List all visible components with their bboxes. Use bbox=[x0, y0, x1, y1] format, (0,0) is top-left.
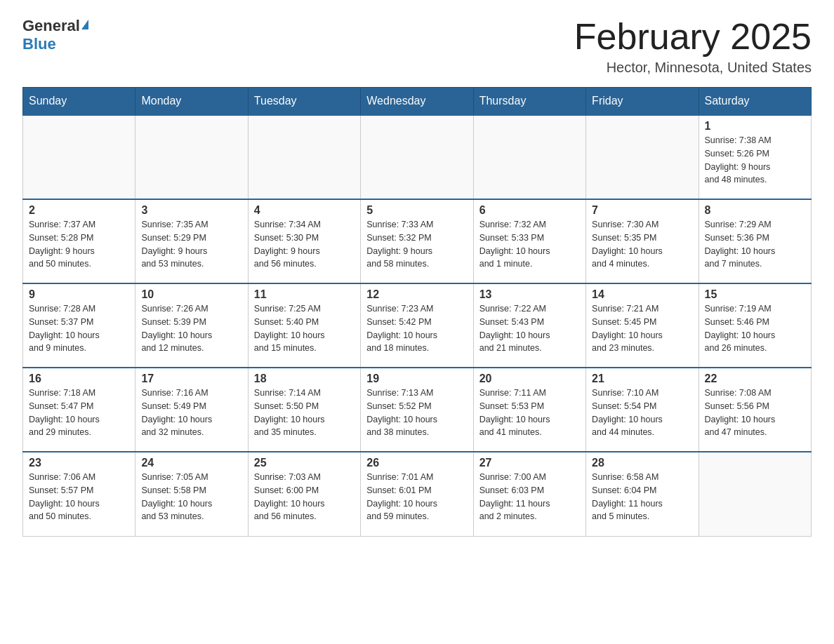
week-row-5: 23Sunrise: 7:06 AM Sunset: 5:57 PM Dayli… bbox=[23, 452, 812, 536]
day-info: Sunrise: 7:35 AM Sunset: 5:29 PM Dayligh… bbox=[141, 218, 241, 271]
header-row: SundayMondayTuesdayWednesdayThursdayFrid… bbox=[23, 88, 812, 116]
day-info: Sunrise: 7:25 AM Sunset: 5:40 PM Dayligh… bbox=[254, 302, 355, 355]
calendar-cell: 5Sunrise: 7:33 AM Sunset: 5:32 PM Daylig… bbox=[361, 199, 473, 283]
day-number: 6 bbox=[479, 204, 580, 217]
calendar-cell: 23Sunrise: 7:06 AM Sunset: 5:57 PM Dayli… bbox=[23, 452, 135, 536]
week-row-2: 2Sunrise: 7:37 AM Sunset: 5:28 PM Daylig… bbox=[23, 199, 812, 283]
day-number: 26 bbox=[366, 457, 467, 469]
day-info: Sunrise: 7:18 AM Sunset: 5:47 PM Dayligh… bbox=[29, 387, 129, 439]
day-info: Sunrise: 7:03 AM Sunset: 6:00 PM Dayligh… bbox=[254, 471, 355, 523]
logo-general-text: General bbox=[22, 17, 80, 35]
day-number: 25 bbox=[254, 457, 355, 469]
calendar-cell: 13Sunrise: 7:22 AM Sunset: 5:43 PM Dayli… bbox=[473, 283, 585, 368]
day-info: Sunrise: 7:10 AM Sunset: 5:54 PM Dayligh… bbox=[592, 387, 692, 439]
day-number: 21 bbox=[592, 373, 692, 385]
col-header-friday: Friday bbox=[586, 88, 699, 116]
calendar-cell: 22Sunrise: 7:08 AM Sunset: 5:56 PM Dayli… bbox=[699, 368, 811, 452]
calendar-cell bbox=[473, 115, 585, 199]
logo-blue-text: Blue bbox=[22, 35, 56, 53]
day-info: Sunrise: 7:23 AM Sunset: 5:42 PM Dayligh… bbox=[366, 302, 467, 355]
calendar-cell: 12Sunrise: 7:23 AM Sunset: 5:42 PM Dayli… bbox=[361, 283, 473, 368]
week-row-3: 9Sunrise: 7:28 AM Sunset: 5:37 PM Daylig… bbox=[23, 283, 812, 368]
calendar-cell: 27Sunrise: 7:00 AM Sunset: 6:03 PM Dayli… bbox=[473, 452, 585, 536]
day-number: 4 bbox=[254, 204, 355, 217]
calendar-cell: 4Sunrise: 7:34 AM Sunset: 5:30 PM Daylig… bbox=[248, 199, 360, 283]
day-number: 15 bbox=[705, 288, 805, 301]
day-number: 3 bbox=[141, 204, 241, 217]
day-info: Sunrise: 7:11 AM Sunset: 5:53 PM Dayligh… bbox=[479, 387, 580, 439]
calendar-cell: 21Sunrise: 7:10 AM Sunset: 5:54 PM Dayli… bbox=[586, 368, 699, 452]
week-row-4: 16Sunrise: 7:18 AM Sunset: 5:47 PM Dayli… bbox=[23, 368, 812, 452]
calendar-cell: 25Sunrise: 7:03 AM Sunset: 6:00 PM Dayli… bbox=[248, 452, 360, 536]
calendar-cell: 3Sunrise: 7:35 AM Sunset: 5:29 PM Daylig… bbox=[135, 199, 248, 283]
day-info: Sunrise: 7:19 AM Sunset: 5:46 PM Dayligh… bbox=[705, 302, 805, 355]
calendar-cell: 14Sunrise: 7:21 AM Sunset: 5:45 PM Dayli… bbox=[586, 283, 699, 368]
day-number: 13 bbox=[479, 288, 580, 301]
day-info: Sunrise: 7:14 AM Sunset: 5:50 PM Dayligh… bbox=[254, 387, 355, 439]
day-info: Sunrise: 7:26 AM Sunset: 5:39 PM Dayligh… bbox=[141, 302, 241, 355]
day-number: 5 bbox=[366, 204, 467, 217]
day-number: 12 bbox=[366, 288, 467, 301]
calendar-cell bbox=[699, 452, 811, 536]
day-number: 1 bbox=[705, 120, 805, 133]
calendar-cell: 18Sunrise: 7:14 AM Sunset: 5:50 PM Dayli… bbox=[248, 368, 360, 452]
day-info: Sunrise: 6:58 AM Sunset: 6:04 PM Dayligh… bbox=[592, 471, 692, 523]
calendar-cell: 7Sunrise: 7:30 AM Sunset: 5:35 PM Daylig… bbox=[586, 199, 699, 283]
calendar-cell: 15Sunrise: 7:19 AM Sunset: 5:46 PM Dayli… bbox=[699, 283, 811, 368]
col-header-wednesday: Wednesday bbox=[361, 88, 473, 116]
day-info: Sunrise: 7:32 AM Sunset: 5:33 PM Dayligh… bbox=[479, 218, 580, 271]
calendar-subtitle: Hector, Minnesota, United States bbox=[574, 60, 812, 76]
day-info: Sunrise: 7:05 AM Sunset: 5:58 PM Dayligh… bbox=[141, 471, 241, 523]
calendar-cell: 20Sunrise: 7:11 AM Sunset: 5:53 PM Dayli… bbox=[473, 368, 585, 452]
day-number: 20 bbox=[479, 373, 580, 385]
day-info: Sunrise: 7:29 AM Sunset: 5:36 PM Dayligh… bbox=[705, 218, 805, 271]
calendar-cell: 26Sunrise: 7:01 AM Sunset: 6:01 PM Dayli… bbox=[361, 452, 473, 536]
calendar-cell bbox=[135, 115, 248, 199]
logo-triangle-icon bbox=[81, 20, 88, 29]
day-number: 18 bbox=[254, 373, 355, 385]
day-number: 2 bbox=[29, 204, 129, 217]
calendar-cell: 2Sunrise: 7:37 AM Sunset: 5:28 PM Daylig… bbox=[23, 199, 135, 283]
col-header-sunday: Sunday bbox=[23, 88, 135, 116]
day-info: Sunrise: 7:38 AM Sunset: 5:26 PM Dayligh… bbox=[705, 134, 805, 187]
col-header-thursday: Thursday bbox=[473, 88, 585, 116]
day-info: Sunrise: 7:30 AM Sunset: 5:35 PM Dayligh… bbox=[592, 218, 692, 271]
day-number: 9 bbox=[29, 288, 129, 301]
calendar-cell: 10Sunrise: 7:26 AM Sunset: 5:39 PM Dayli… bbox=[135, 283, 248, 368]
week-row-1: 1Sunrise: 7:38 AM Sunset: 5:26 PM Daylig… bbox=[23, 115, 812, 199]
day-info: Sunrise: 7:37 AM Sunset: 5:28 PM Dayligh… bbox=[29, 218, 129, 271]
day-number: 24 bbox=[141, 457, 241, 469]
title-section: February 2025 Hector, Minnesota, United … bbox=[574, 17, 812, 76]
calendar-cell bbox=[586, 115, 699, 199]
calendar-cell: 1Sunrise: 7:38 AM Sunset: 5:26 PM Daylig… bbox=[699, 115, 811, 199]
day-number: 28 bbox=[592, 457, 692, 469]
day-info: Sunrise: 7:01 AM Sunset: 6:01 PM Dayligh… bbox=[366, 471, 467, 523]
day-info: Sunrise: 7:34 AM Sunset: 5:30 PM Dayligh… bbox=[254, 218, 355, 271]
col-header-tuesday: Tuesday bbox=[248, 88, 360, 116]
calendar-cell: 9Sunrise: 7:28 AM Sunset: 5:37 PM Daylig… bbox=[23, 283, 135, 368]
col-header-monday: Monday bbox=[135, 88, 248, 116]
day-number: 14 bbox=[592, 288, 692, 301]
calendar-cell: 11Sunrise: 7:25 AM Sunset: 5:40 PM Dayli… bbox=[248, 283, 360, 368]
day-number: 27 bbox=[479, 457, 580, 469]
calendar-cell bbox=[248, 115, 360, 199]
calendar-cell: 24Sunrise: 7:05 AM Sunset: 5:58 PM Dayli… bbox=[135, 452, 248, 536]
col-header-saturday: Saturday bbox=[699, 88, 811, 116]
day-number: 22 bbox=[705, 373, 805, 385]
day-number: 17 bbox=[141, 373, 241, 385]
day-info: Sunrise: 7:13 AM Sunset: 5:52 PM Dayligh… bbox=[366, 387, 467, 439]
logo: General Blue bbox=[22, 17, 88, 53]
calendar-cell: 28Sunrise: 6:58 AM Sunset: 6:04 PM Dayli… bbox=[586, 452, 699, 536]
day-number: 11 bbox=[254, 288, 355, 301]
day-number: 10 bbox=[141, 288, 241, 301]
day-info: Sunrise: 7:06 AM Sunset: 5:57 PM Dayligh… bbox=[29, 471, 129, 523]
calendar-title: February 2025 bbox=[574, 17, 812, 57]
day-info: Sunrise: 7:16 AM Sunset: 5:49 PM Dayligh… bbox=[141, 387, 241, 439]
day-info: Sunrise: 7:00 AM Sunset: 6:03 PM Dayligh… bbox=[479, 471, 580, 523]
day-info: Sunrise: 7:21 AM Sunset: 5:45 PM Dayligh… bbox=[592, 302, 692, 355]
calendar-cell: 8Sunrise: 7:29 AM Sunset: 5:36 PM Daylig… bbox=[699, 199, 811, 283]
calendar-cell: 19Sunrise: 7:13 AM Sunset: 5:52 PM Dayli… bbox=[361, 368, 473, 452]
day-number: 16 bbox=[29, 373, 129, 385]
calendar-cell bbox=[23, 115, 135, 199]
day-info: Sunrise: 7:28 AM Sunset: 5:37 PM Dayligh… bbox=[29, 302, 129, 355]
